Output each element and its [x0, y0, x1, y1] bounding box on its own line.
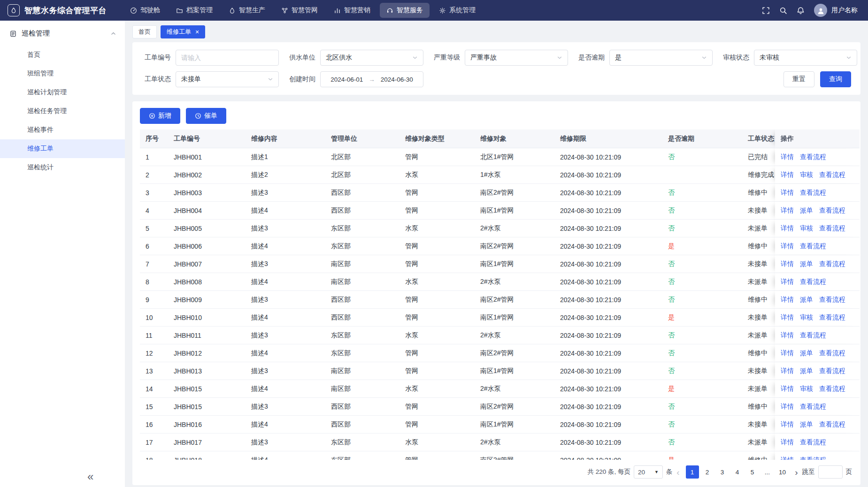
- action-view-flow[interactable]: 查看流程: [819, 260, 845, 267]
- page-1[interactable]: 1: [686, 465, 699, 479]
- action-dispatch[interactable]: 派单: [800, 260, 813, 267]
- action-detail[interactable]: 详情: [781, 224, 794, 232]
- sidebar-collapse-button[interactable]: «: [87, 471, 93, 482]
- reset-button[interactable]: 重置: [784, 71, 814, 87]
- action-view-flow[interactable]: 查看流程: [819, 349, 845, 357]
- action-dispatch[interactable]: 派单: [800, 420, 813, 428]
- action-dispatch[interactable]: 派单: [800, 349, 813, 357]
- page-3[interactable]: 3: [716, 465, 729, 479]
- action-dispatch[interactable]: 派单: [800, 206, 813, 214]
- action-detail[interactable]: 详情: [781, 456, 794, 460]
- work-order-table-scroll[interactable]: 序号工单编号维修内容管理单位维修对象类型维修对象维修期限是否逾期工单状态操作 1…: [140, 129, 860, 460]
- page-2[interactable]: 2: [701, 465, 714, 479]
- action-detail[interactable]: 详情: [781, 189, 794, 196]
- action-detail[interactable]: 详情: [781, 278, 794, 285]
- action-detail[interactable]: 详情: [781, 206, 794, 214]
- action-detail[interactable]: 详情: [781, 313, 794, 321]
- action-detail[interactable]: 详情: [781, 420, 794, 428]
- action-view-flow[interactable]: 查看流程: [819, 224, 845, 232]
- cell-obj_type: 管网: [399, 291, 475, 309]
- fullscreen-icon[interactable]: [762, 7, 770, 15]
- action-view-flow[interactable]: 查看流程: [819, 296, 845, 303]
- action-audit[interactable]: 审核: [800, 171, 813, 178]
- sidebar-item-inspection-event[interactable]: 巡检事件: [0, 121, 125, 139]
- action-view-flow[interactable]: 查看流程: [800, 153, 826, 160]
- nav-item-cockpit[interactable]: 驾驶舱: [123, 3, 167, 18]
- action-view-flow[interactable]: 查看流程: [819, 385, 845, 392]
- action-detail[interactable]: 详情: [781, 242, 794, 250]
- action-view-flow[interactable]: 查看流程: [819, 206, 845, 214]
- tab-home[interactable]: 首页: [132, 25, 157, 38]
- action-view-flow[interactable]: 查看流程: [800, 242, 826, 250]
- urge-button[interactable]: 催单: [186, 108, 226, 124]
- audit-status-select[interactable]: 未审核: [754, 50, 857, 66]
- tab-repair-order[interactable]: 维修工单×: [161, 25, 205, 38]
- created-time-range-picker[interactable]: 2024-06-01 → 2024-06-30: [320, 71, 423, 87]
- order-status-select[interactable]: 未接单: [176, 71, 279, 87]
- action-dispatch[interactable]: 派单: [800, 367, 813, 374]
- nav-item-archives[interactable]: 档案管理: [169, 3, 219, 18]
- search-button[interactable]: 查询: [820, 71, 851, 87]
- page-ellipsis[interactable]: ...: [761, 465, 774, 479]
- supply-unit-select[interactable]: 北区供水: [320, 50, 423, 66]
- nav-item-marketing[interactable]: 智慧营销: [327, 3, 377, 18]
- cell-overdue: 否: [662, 148, 742, 166]
- action-detail[interactable]: 详情: [781, 385, 794, 392]
- add-button[interactable]: 新增: [140, 108, 180, 124]
- cell-actions: 详情查看流程: [775, 398, 860, 416]
- action-view-flow[interactable]: 查看流程: [800, 331, 826, 339]
- overdue-select[interactable]: 是: [609, 50, 713, 66]
- sidebar-group-inspection[interactable]: 巡检管理: [0, 21, 125, 44]
- sidebar-item-team[interactable]: 班组管理: [0, 64, 125, 83]
- sidebar-item-inspection-plan[interactable]: 巡检计划管理: [0, 83, 125, 102]
- action-detail[interactable]: 详情: [781, 349, 794, 357]
- action-audit[interactable]: 审核: [800, 224, 813, 232]
- overdue-flag: 是: [668, 313, 675, 321]
- action-detail[interactable]: 详情: [781, 331, 794, 339]
- order-no-input[interactable]: [176, 50, 279, 66]
- action-view-flow[interactable]: 查看流程: [800, 456, 826, 460]
- sidebar-item-repair-order[interactable]: 维修工单: [0, 139, 125, 158]
- prev-page-button[interactable]: ‹: [673, 465, 684, 479]
- action-audit[interactable]: 审核: [800, 313, 813, 321]
- page-5[interactable]: 5: [746, 465, 759, 479]
- action-detail[interactable]: 详情: [781, 296, 794, 303]
- severity-select[interactable]: 严重事故: [465, 50, 568, 66]
- jump-page-input[interactable]: [818, 465, 843, 479]
- action-detail[interactable]: 详情: [781, 438, 794, 446]
- action-detail[interactable]: 详情: [781, 260, 794, 267]
- action-view-flow[interactable]: 查看流程: [819, 367, 845, 374]
- action-view-flow[interactable]: 查看流程: [819, 171, 845, 178]
- action-view-flow[interactable]: 查看流程: [800, 278, 826, 285]
- action-audit[interactable]: 审核: [800, 385, 813, 392]
- action-view-flow[interactable]: 查看流程: [800, 403, 826, 410]
- nav-item-production[interactable]: 智慧生产: [222, 3, 272, 18]
- bell-icon[interactable]: [797, 7, 805, 15]
- action-view-flow[interactable]: 查看流程: [800, 189, 826, 196]
- total-count: 共 220 条,: [587, 468, 616, 476]
- action-dispatch[interactable]: 派单: [800, 296, 813, 303]
- action-view-flow[interactable]: 查看流程: [819, 420, 845, 428]
- action-detail[interactable]: 详情: [781, 403, 794, 410]
- nav-item-pipeline[interactable]: 智慧管网: [275, 3, 324, 18]
- sidebar-item-home[interactable]: 首页: [0, 46, 125, 64]
- nav-item-system[interactable]: 系统管理: [432, 3, 482, 18]
- nav-item-service[interactable]: 智慧服务: [380, 3, 430, 18]
- next-page-button[interactable]: ›: [791, 465, 802, 479]
- nav-item-label: 系统管理: [449, 6, 476, 15]
- close-tab-icon[interactable]: ×: [195, 29, 199, 35]
- search-icon[interactable]: [779, 7, 787, 15]
- action-detail[interactable]: 详情: [781, 153, 794, 160]
- sidebar-item-inspection-task[interactable]: 巡检任务管理: [0, 102, 125, 121]
- cell-deadline: 2024-08-30 10:21:09: [554, 220, 662, 237]
- action-view-flow[interactable]: 查看流程: [819, 313, 845, 321]
- page-4[interactable]: 4: [731, 465, 744, 479]
- action-detail[interactable]: 详情: [781, 367, 794, 374]
- overdue-flag: 否: [668, 403, 675, 410]
- action-view-flow[interactable]: 查看流程: [800, 438, 826, 446]
- user-menu[interactable]: 用户名称: [814, 4, 858, 17]
- action-detail[interactable]: 详情: [781, 171, 794, 178]
- page-size-select[interactable]: 20 ▼: [634, 465, 663, 479]
- sidebar-item-inspection-stats[interactable]: 巡检统计: [0, 158, 125, 177]
- page-10[interactable]: 10: [776, 465, 789, 479]
